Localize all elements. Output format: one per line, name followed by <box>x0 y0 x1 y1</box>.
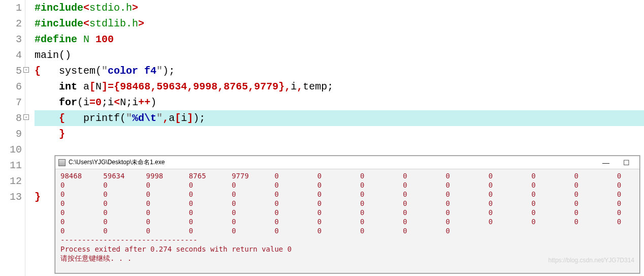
line-number: 13 <box>0 189 22 205</box>
code-line[interactable]: { system("color f4"); <box>35 63 644 79</box>
console-window: C:\Users\YJG\Desktop\未命名1.exe — ☐ 98468 … <box>55 156 640 273</box>
line-number-gutter: 12345-678-910111213 <box>0 0 25 276</box>
maximize-button[interactable]: ☐ <box>616 159 636 167</box>
line-number: 10 <box>0 142 22 158</box>
code-line[interactable]: #include<stdlib.h> <box>35 16 644 32</box>
line-number: 3 <box>0 32 22 47</box>
code-line[interactable]: { printf("%d\t",a[i]); <box>35 110 644 126</box>
code-line[interactable]: #include<stdio.h> <box>35 0 644 16</box>
watermark-text: https://blog.csdn.net/YJG7D314 <box>549 257 634 264</box>
line-number: 2 <box>0 16 22 32</box>
line-number: 1 <box>0 0 22 16</box>
line-number: 9 <box>0 126 22 142</box>
line-number: 4 <box>0 47 22 63</box>
line-number: 8- <box>0 110 22 126</box>
console-title: C:\Users\YJG\Desktop\未命名1.exe <box>69 158 596 167</box>
line-number: 7 <box>0 95 22 110</box>
code-line[interactable]: int a[N]={98468,59634,9998,8765,9779},i,… <box>35 79 644 95</box>
app-icon <box>58 159 66 166</box>
line-number: 5- <box>0 63 22 79</box>
line-number: 6 <box>0 79 22 95</box>
minimize-button[interactable]: — <box>596 159 616 167</box>
code-line[interactable]: #define N 100 <box>35 32 644 47</box>
line-number: 12 <box>0 173 22 189</box>
code-line[interactable]: } <box>35 126 644 142</box>
code-line[interactable]: main() <box>35 47 644 63</box>
code-line[interactable]: for(i=0;i<N;i++) <box>35 95 644 110</box>
line-number: 11 <box>0 158 22 173</box>
console-titlebar[interactable]: C:\Users\YJG\Desktop\未命名1.exe — ☐ <box>55 156 639 169</box>
